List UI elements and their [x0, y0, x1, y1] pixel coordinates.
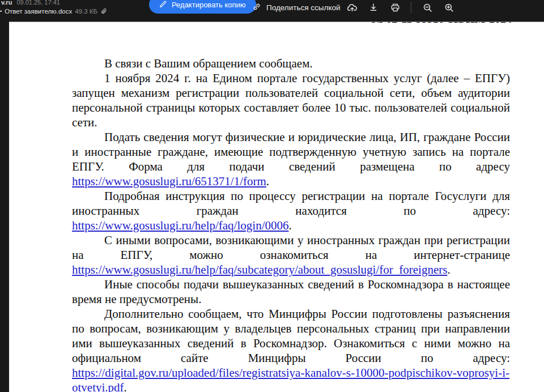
attachment-filesize: 49.3 КБ: [75, 8, 97, 15]
text-run: Дополнительно сообщаем, что Минцифры Рос…: [72, 307, 510, 365]
sender-label: v.ru: [1, 0, 12, 6]
hyperlink[interactable]: https://www.gosuslugi.ru/help/faq/subcat…: [72, 263, 447, 276]
paragraph: Подать сведения могут физические и юриди…: [72, 130, 510, 189]
paragraph: Иные способы подачи вышеуказанных сведен…: [72, 277, 510, 306]
print-icon[interactable]: [388, 1, 402, 14]
paragraph: С иными вопросами, возникающими у иностр…: [72, 233, 510, 277]
preview-toolbar: v.ru 09.01.25, 17:41 • Ответ заявителю.d…: [0, 0, 544, 22]
text-run: В связи с Вашим обращением сообщаем.: [104, 57, 313, 70]
text-run: .: [288, 219, 291, 232]
text-run: .: [124, 381, 127, 392]
zoom-out-icon[interactable]: [420, 1, 434, 14]
pencil-icon: [159, 0, 167, 10]
attachment-filename: Ответ заявителю.docx: [5, 8, 72, 15]
paragraph: Подробная инструкция по процессу регистр…: [72, 189, 510, 233]
share-link-label: Поделиться ссылкой: [266, 3, 341, 12]
text-run: Подать сведения могут физические и юриди…: [72, 130, 510, 173]
clipped-reference-line: № 02-11-55516-ЗИ/ПМ-2024: [9, 22, 544, 25]
text-run: .: [266, 174, 269, 188]
text-run: .: [447, 263, 450, 276]
document-body: В связи с Вашим обращением сообщаем.1 но…: [72, 56, 510, 392]
message-timestamp: 09.01.25, 17:41: [16, 0, 60, 6]
edit-copy-label: Редактировать копию: [172, 1, 246, 9]
text-run: 1 ноября 2024 г. на Едином портале госуд…: [72, 71, 510, 129]
share-link-button[interactable]: Поделиться ссылкой: [252, 1, 341, 14]
edit-copy-button[interactable]: Редактировать копию: [149, 0, 256, 14]
paragraph: 1 ноября 2024 г. на Едином портале госуд…: [72, 71, 510, 130]
toolbar-divider: [411, 2, 411, 13]
paperclip-icon: [100, 7, 108, 15]
text-run: Иные способы подачи вышеуказанных сведен…: [72, 278, 510, 306]
attachment-info[interactable]: • Ответ заявителю.docx 49.3 КБ: [0, 7, 108, 15]
text-run: Подробная инструкция по процессу регистр…: [72, 189, 510, 218]
unread-dot: •: [0, 9, 2, 14]
download-icon[interactable]: [367, 1, 380, 14]
hyperlink[interactable]: https://digital.gov.ru/uploaded/files/re…: [72, 366, 509, 392]
hyperlink[interactable]: https://www.gosuslugi.ru/help/faq/login/…: [72, 219, 288, 232]
paragraph: В связи с Вашим обращением сообщаем.: [72, 56, 510, 71]
zoom-in-icon[interactable]: [442, 1, 456, 14]
paragraph: Дополнительно сообщаем, что Минцифры Рос…: [72, 306, 510, 392]
toolbar-actions: [341, 0, 460, 15]
link-icon: [252, 2, 261, 13]
message-meta: v.ru 09.01.25, 17:41: [1, 0, 60, 6]
cloud-upload-icon[interactable]: [345, 1, 359, 14]
document-page: № 02-11-55516-ЗИ/ПМ-2024 В связи с Вашим…: [9, 22, 544, 392]
hyperlink[interactable]: https://www.gosuslugi.ru/651371/1/form: [72, 174, 266, 188]
text-run: С иными вопросами, возникающими у иностр…: [72, 233, 510, 262]
